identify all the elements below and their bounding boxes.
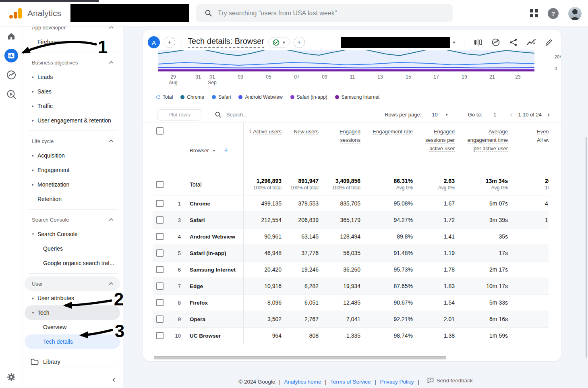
engaged-sessions-per-user-value: 1.72 (417, 217, 459, 223)
sidebar-item-acquisition[interactable]: ▸Acquisition (25, 148, 120, 163)
event-count-value: 1 (512, 217, 549, 223)
row-checkbox[interactable] (156, 216, 164, 224)
row-checkbox[interactable] (156, 299, 164, 306)
expand-triangle-icon: ▸ (29, 104, 37, 108)
chevron-right-icon[interactable]: › (547, 110, 550, 119)
sidebar-item-search-console[interactable]: ▾Search Console (25, 227, 120, 241)
help-icon[interactable]: ? (548, 8, 559, 19)
send-feedback-button[interactable]: Send feedback (427, 378, 473, 384)
table-header-row: Browser ▾ + ↓ Active users New users Eng… (153, 122, 549, 174)
row-checkbox[interactable] (156, 233, 164, 240)
rail-advertising[interactable] (0, 65, 23, 85)
compare-button[interactable] (473, 37, 483, 47)
sidebar-item-tech[interactable]: ▾Tech (25, 305, 120, 320)
go-to-input[interactable]: 1 (493, 112, 496, 118)
table-search-input[interactable]: Search... (215, 111, 247, 118)
rail-settings[interactable] (0, 372, 23, 382)
active-users-value: 90,961 (244, 233, 286, 240)
column-header-engagement-rate[interactable]: Engagement rate (364, 122, 417, 136)
report-status-pill[interactable]: ▾ (268, 37, 290, 48)
rail-home[interactable] (0, 27, 23, 46)
account-selector-redacted[interactable] (70, 4, 189, 22)
rail-explore[interactable] (0, 85, 23, 104)
sidebar-section-app-developer[interactable]: App developer (25, 27, 120, 35)
sidebar-collapse-chevron[interactable]: ‹ (112, 375, 115, 384)
row-checkbox[interactable] (156, 266, 164, 273)
sidebar-item-user-engagement[interactable]: ▸User engagement & retention (25, 113, 120, 128)
chevron-left-icon[interactable]: ‹ (510, 110, 512, 119)
rows-per-page-value[interactable]: 10 (432, 112, 437, 118)
horizontal-scrollbar[interactable] (154, 356, 446, 359)
user-avatar[interactable] (568, 7, 582, 20)
compare-icon (474, 38, 482, 46)
share-button[interactable] (509, 37, 518, 47)
sidebar-item-engagement[interactable]: ▸Engagement (25, 163, 120, 177)
add-dimension-icon[interactable]: + (224, 146, 228, 155)
column-header-engaged-sessions[interactable]: Engaged sessions (323, 122, 364, 144)
caret-down-icon[interactable]: ▾ (446, 112, 448, 117)
sidebar-section-business-objectives[interactable]: Business objectives (25, 55, 120, 70)
rail-reports-active[interactable] (0, 46, 23, 65)
google-apps-icon[interactable] (530, 9, 538, 17)
insights-button[interactable] (491, 37, 501, 47)
sidebar-section-search-console[interactable]: Search Console (25, 212, 120, 227)
sidebar-section-user[interactable]: User (25, 276, 120, 291)
browser-name: Samsung Internet (183, 261, 244, 278)
plot-rows-button[interactable]: Plot rows (157, 109, 201, 120)
row-checkbox[interactable] (156, 249, 164, 257)
select-all-checkbox[interactable] (156, 127, 164, 135)
date-range-selector-redacted[interactable] (341, 37, 450, 48)
legend-item[interactable]: Total (156, 94, 173, 100)
sidebar-item-sales[interactable]: ▸Sales (25, 84, 120, 99)
legend-item[interactable]: Android Webview (238, 94, 282, 100)
workspace-avatar[interactable]: A (148, 36, 160, 48)
x-tick: 05 (266, 74, 271, 80)
row-checkbox[interactable] (156, 315, 164, 323)
column-header-avg-engagement-time[interactable]: Average engagement time per active user (459, 122, 512, 153)
sidebar-item-retention[interactable]: Retention (25, 192, 120, 206)
event-count-scope[interactable]: All events (537, 136, 549, 144)
caret-down-icon[interactable]: ▾ (453, 40, 455, 45)
sidebar-item-monetization[interactable]: ▸Monetization (25, 177, 120, 192)
row-checkbox[interactable] (156, 200, 164, 207)
analytics-logo-icon (9, 7, 23, 19)
legend-item[interactable]: Chrome (180, 94, 204, 100)
global-search-input[interactable]: Try searching "users from USA last week" (196, 4, 453, 22)
report-title[interactable]: Tech details: Browser (188, 37, 264, 48)
browser-name: Opera (183, 311, 244, 327)
legend-item[interactable]: Safari (212, 94, 231, 100)
sidebar-item-tech-details[interactable]: Tech details (25, 334, 120, 349)
row-checkbox[interactable] (156, 332, 164, 339)
sidebar-item-firebase[interactable]: Firebase (25, 35, 120, 49)
x-tick: 31 (195, 74, 201, 80)
dimension-header[interactable]: Browser ▾ + (183, 122, 244, 174)
sidebar-item-traffic[interactable]: ▸Traffic (25, 99, 120, 113)
legend-item[interactable]: Samsung Internet (335, 94, 380, 100)
timeseries-chart-plot[interactable]: 20K 0 (158, 50, 534, 72)
report-sidebar: App developer Firebase Business objectiv… (23, 27, 123, 388)
column-header-engaged-sessions-per-user[interactable]: Engaged sessions per active user (417, 122, 459, 153)
page-scrollbar[interactable] (586, 137, 587, 358)
sidebar-item-user-attributes[interactable]: ▸User attributes (25, 291, 120, 305)
sidebar-item-queries[interactable]: Queries (25, 241, 120, 256)
legend-item[interactable]: Safari (in-app) (290, 94, 327, 100)
row-checkbox[interactable] (156, 282, 164, 290)
analytics-intelligence-button[interactable] (526, 37, 536, 47)
column-header-new-users[interactable]: New users (286, 122, 323, 136)
sidebar-item-google-organic-search[interactable]: Google organic search traf... (25, 256, 120, 270)
footer-link-privacy[interactable]: Privacy Policy (380, 379, 414, 385)
column-header-event-count[interactable]: Event count All events (512, 122, 549, 144)
add-report-tab-button[interactable]: + (294, 37, 305, 48)
engagement-rate-value: 91.48% (364, 250, 417, 256)
event-count-value: 4 (512, 200, 549, 207)
footer-link-terms[interactable]: Terms of Service (330, 379, 371, 385)
column-header-active-users[interactable]: ↓ Active users (244, 122, 286, 136)
add-comparison-button[interactable]: + (164, 37, 175, 48)
total-checkbox[interactable] (156, 181, 164, 188)
browser-name: UC Browser (183, 328, 244, 344)
edit-report-button[interactable] (544, 37, 554, 47)
sidebar-item-leads[interactable]: ▸Leads (25, 70, 120, 84)
sidebar-item-tech-overview[interactable]: Overview (25, 320, 120, 334)
footer-link-analytics-home[interactable]: Analytics home (284, 379, 321, 385)
sidebar-section-life-cycle[interactable]: Life cycle (25, 134, 120, 148)
